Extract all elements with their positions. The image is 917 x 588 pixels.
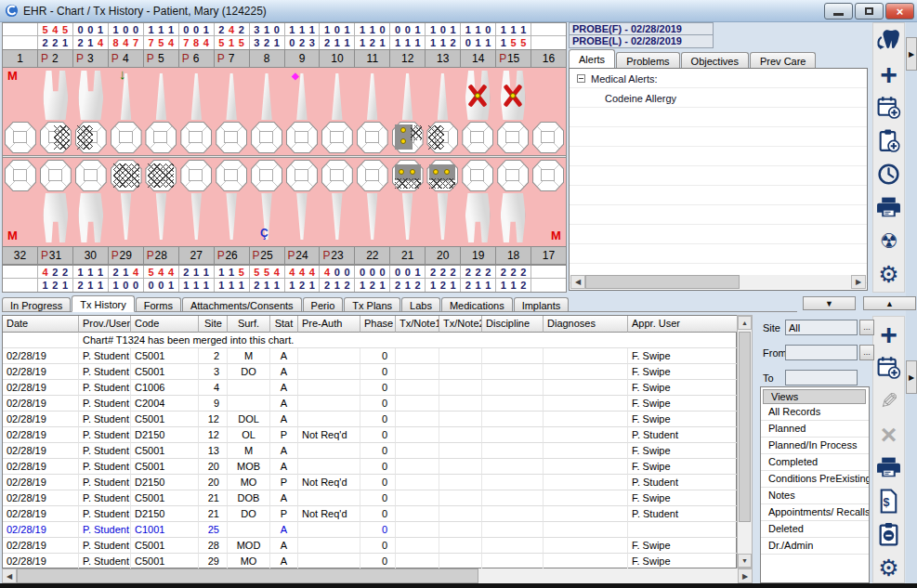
add-icon[interactable]: + — [876, 61, 902, 86]
site-browse-button[interactable]: ... — [859, 320, 874, 335]
table-horizontal-scrollbar[interactable]: ◀ ▶ — [2, 568, 753, 583]
scroll-down-icon[interactable]: ▼ — [738, 554, 752, 568]
tooth-number-cell[interactable]: P15 — [496, 50, 531, 67]
tooth-8[interactable] — [249, 68, 284, 155]
tree-node-medical-alerts[interactable]: Medical Alerts: — [570, 69, 867, 88]
alerts-scroll-track[interactable] — [585, 275, 851, 289]
view-item-deleted[interactable]: Deleted — [761, 521, 869, 538]
tooth-number-cell[interactable]: P7 — [215, 50, 250, 67]
tooth-number-cell[interactable]: 1 — [3, 50, 38, 67]
scroll-left-icon[interactable]: ◀ — [570, 275, 585, 289]
tooth-number-cell[interactable]: 10 — [320, 50, 355, 67]
table-row[interactable]: Chart# T1324 has been merged into this c… — [3, 333, 736, 348]
tooth-3[interactable] — [73, 68, 109, 155]
tooth-21[interactable] — [390, 158, 426, 246]
dental-chart[interactable]: MMM↓◆Ç — [2, 68, 567, 246]
view-item-completed[interactable]: Completed — [761, 454, 869, 471]
scroll-thumb[interactable] — [17, 568, 478, 583]
collapse-panel-button-bottom[interactable]: ▶ — [906, 360, 917, 394]
tooth-5[interactable] — [144, 68, 179, 155]
expand-up-button[interactable]: ▲ — [863, 296, 916, 310]
view-item-appointments-recalls[interactable]: Appointments/ Recalls — [761, 504, 869, 521]
tooth-12[interactable] — [390, 68, 426, 155]
tooth-number-cell[interactable]: 9 — [285, 50, 321, 67]
tooth-number-cell[interactable]: P24 — [285, 247, 321, 264]
clipboard-remove-icon[interactable] — [876, 522, 902, 547]
tooth-number-cell[interactable]: P29 — [109, 247, 144, 264]
tab-forms[interactable]: Forms — [136, 297, 181, 311]
tooth-number-cell[interactable]: P5 — [144, 50, 179, 67]
table-row[interactable]: 02/28/19P. StudentD215020MOPNot Req'd0P.… — [3, 475, 736, 490]
tooth-29[interactable] — [109, 158, 144, 246]
table-row[interactable]: 02/28/19P. StudentC500113MA0F. Swipe — [3, 443, 736, 459]
scroll-thumb[interactable] — [585, 275, 740, 289]
table-row[interactable]: 02/28/19P. StudentD215012OLPNot Req'd0P.… — [3, 427, 736, 443]
collapse-expander-icon[interactable] — [577, 74, 585, 83]
tooth-20[interactable] — [426, 158, 461, 246]
tab-labs[interactable]: Labs — [401, 297, 440, 311]
tab-medications[interactable]: Medications — [441, 297, 513, 311]
tooth-13[interactable] — [426, 68, 461, 155]
column-header-date[interactable]: Date — [3, 316, 79, 333]
column-header-pre-auth[interactable]: Pre-Auth — [298, 316, 360, 333]
column-header-surf[interactable]: Surf. — [228, 316, 270, 333]
column-header-site[interactable]: Site — [199, 316, 228, 333]
tooth-27[interactable] — [178, 158, 214, 246]
tooth-number-cell[interactable]: 21 — [390, 247, 426, 264]
column-header-phase[interactable]: Phase — [360, 316, 396, 333]
tooth-4[interactable] — [109, 68, 144, 155]
table-row[interactable]: 02/28/19P. StudentC50012MA0F. Swipe — [3, 348, 736, 364]
edit-icon[interactable]: ✎ — [876, 388, 902, 413]
view-item-dr-admin[interactable]: Dr./Admin — [761, 538, 869, 555]
alerts-horizontal-scrollbar[interactable]: ◀ ▶ — [570, 275, 866, 289]
tab-problems[interactable]: Problems — [616, 52, 679, 68]
tooth-number-cell[interactable]: P28 — [144, 247, 179, 264]
tooth-number-cell[interactable]: 12 — [390, 50, 426, 67]
tooth-number-cell[interactable]: 14 — [461, 50, 496, 67]
tooth-number-cell[interactable]: 30 — [73, 247, 109, 264]
table-row[interactable]: 02/28/19P. StudentC50013DOA0F. Swipe — [3, 364, 736, 380]
tooth-number-cell[interactable]: 32 — [3, 247, 38, 264]
radiology-icon[interactable]: ☢ — [876, 229, 902, 254]
tooth-26[interactable] — [214, 158, 249, 246]
tooth-number-cell[interactable]: P31 — [38, 247, 73, 264]
tab-objectives[interactable]: Objectives — [681, 52, 749, 68]
add-icon[interactable]: + — [876, 321, 902, 346]
tab-perio[interactable]: Perio — [303, 297, 344, 311]
column-header-appr-user[interactable]: Appr. User — [628, 316, 738, 333]
table-row[interactable]: 02/28/19P. StudentC500112DOLA0F. Swipe — [3, 412, 736, 427]
tooth-number-cell[interactable]: 19 — [461, 247, 496, 264]
tree-leaf-allergy[interactable]: Codeine Allergy — [570, 88, 867, 108]
tooth-number-cell[interactable]: 22 — [355, 247, 390, 264]
collapse-panel-button-top[interactable]: ▶ — [906, 37, 917, 71]
column-header-tx-note1[interactable]: Tx/Note1 — [396, 316, 439, 333]
from-browse-button[interactable]: ... — [859, 345, 874, 360]
tooth-6[interactable] — [178, 68, 214, 155]
tooth-11[interactable] — [355, 68, 390, 155]
table-row[interactable]: 02/28/19P. StudentC500129MOA0F. Swipe — [3, 554, 736, 569]
tooth-number-cell[interactable]: 17 — [531, 247, 566, 264]
history-icon[interactable] — [876, 162, 902, 187]
column-header-diagnoses[interactable]: Diagnoses — [544, 316, 628, 333]
tooth-number-cell[interactable]: 8 — [250, 50, 285, 67]
tab-attachments-consents[interactable]: Attachments/Consents — [182, 297, 302, 311]
to-input[interactable] — [785, 370, 858, 385]
view-item-planned-in-process[interactable]: Planned/In Process — [761, 438, 869, 454]
print-icon[interactable] — [876, 195, 902, 220]
tab-tx-history[interactable]: Tx History — [72, 295, 135, 312]
tab-implants[interactable]: Implants — [514, 297, 570, 311]
clipboard-add-icon[interactable] — [876, 128, 902, 153]
tooth-number-cell[interactable]: 27 — [179, 247, 215, 264]
tooth-10[interactable] — [320, 68, 355, 155]
tooth-18[interactable] — [495, 158, 531, 246]
tooth-23[interactable] — [320, 158, 355, 246]
table-row[interactable]: 02/28/19P. StudentC500121DOBA0F. Swipe — [3, 490, 736, 506]
table-row[interactable]: 02/28/19P. StudentC500120MOBA0F. Swipe — [3, 459, 736, 475]
from-input[interactable] — [785, 345, 858, 360]
tooth-31[interactable] — [38, 158, 73, 246]
view-item-notes[interactable]: Notes — [761, 488, 869, 504]
scroll-thumb[interactable] — [739, 332, 751, 522]
view-item-planned[interactable]: Planned — [761, 421, 869, 438]
tooth-28[interactable] — [144, 158, 179, 246]
tooth-number-cell[interactable]: 11 — [355, 50, 390, 67]
